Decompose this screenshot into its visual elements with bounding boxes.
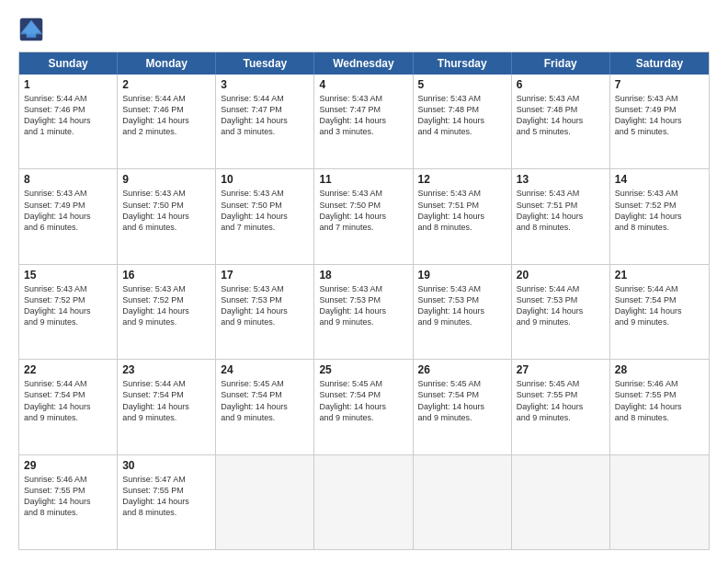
cell-info: Sunrise: 5:43 AM Sunset: 7:49 PM Dayligh… — [24, 188, 112, 233]
cell-info: Sunrise: 5:47 AM Sunset: 7:55 PM Dayligh… — [122, 474, 210, 519]
cell-info: Sunrise: 5:43 AM Sunset: 7:53 PM Dayligh… — [418, 283, 506, 328]
cell-info: Sunrise: 5:45 AM Sunset: 7:55 PM Dayligh… — [517, 378, 605, 423]
cell-info: Sunrise: 5:46 AM Sunset: 7:55 PM Dayligh… — [615, 378, 704, 423]
day-number: 6 — [517, 78, 605, 91]
day-number: 3 — [221, 78, 309, 91]
cal-cell: 13Sunrise: 5:43 AM Sunset: 7:51 PM Dayli… — [512, 169, 610, 263]
day-number: 1 — [24, 78, 112, 91]
cal-cell — [610, 455, 709, 549]
cell-info: Sunrise: 5:44 AM Sunset: 7:53 PM Dayligh… — [517, 283, 605, 328]
cal-cell: 20Sunrise: 5:44 AM Sunset: 7:53 PM Dayli… — [512, 265, 610, 359]
day-number: 23 — [122, 363, 210, 376]
cell-info: Sunrise: 5:43 AM Sunset: 7:51 PM Dayligh… — [418, 188, 506, 233]
cal-header-thursday: Thursday — [414, 52, 512, 75]
cal-cell: 24Sunrise: 5:45 AM Sunset: 7:54 PM Dayli… — [216, 360, 314, 454]
cal-week-1: 1Sunrise: 5:44 AM Sunset: 7:46 PM Daylig… — [19, 75, 709, 169]
cell-info: Sunrise: 5:43 AM Sunset: 7:52 PM Dayligh… — [24, 283, 112, 328]
cal-cell — [314, 455, 413, 549]
day-number: 26 — [418, 363, 506, 376]
calendar-header-row: SundayMondayTuesdayWednesdayThursdayFrid… — [19, 52, 709, 75]
day-number: 2 — [122, 78, 210, 91]
cell-info: Sunrise: 5:46 AM Sunset: 7:55 PM Dayligh… — [24, 474, 112, 519]
day-number: 8 — [24, 173, 112, 186]
cell-info: Sunrise: 5:43 AM Sunset: 7:50 PM Dayligh… — [221, 188, 309, 233]
cal-cell: 17Sunrise: 5:43 AM Sunset: 7:53 PM Dayli… — [216, 265, 314, 359]
day-number: 27 — [517, 363, 605, 376]
cell-info: Sunrise: 5:43 AM Sunset: 7:52 PM Dayligh… — [122, 283, 210, 328]
cell-info: Sunrise: 5:44 AM Sunset: 7:54 PM Dayligh… — [24, 378, 112, 423]
cell-info: Sunrise: 5:43 AM Sunset: 7:47 PM Dayligh… — [319, 93, 407, 138]
cal-cell: 30Sunrise: 5:47 AM Sunset: 7:55 PM Dayli… — [118, 455, 216, 549]
cal-cell: 9Sunrise: 5:43 AM Sunset: 7:50 PM Daylig… — [118, 169, 216, 263]
cal-header-wednesday: Wednesday — [314, 52, 413, 75]
cal-cell — [512, 455, 610, 549]
cell-info: Sunrise: 5:44 AM Sunset: 7:54 PM Dayligh… — [615, 283, 704, 328]
cal-cell: 7Sunrise: 5:43 AM Sunset: 7:49 PM Daylig… — [610, 75, 709, 168]
day-number: 16 — [122, 269, 210, 282]
cal-cell: 18Sunrise: 5:43 AM Sunset: 7:53 PM Dayli… — [314, 265, 413, 359]
cell-info: Sunrise: 5:43 AM Sunset: 7:53 PM Dayligh… — [319, 283, 407, 328]
cal-week-3: 15Sunrise: 5:43 AM Sunset: 7:52 PM Dayli… — [19, 265, 709, 360]
logo-icon — [18, 17, 44, 42]
cal-cell: 15Sunrise: 5:43 AM Sunset: 7:52 PM Dayli… — [19, 265, 118, 359]
day-number: 12 — [418, 173, 506, 186]
day-number: 15 — [24, 269, 112, 282]
day-number: 11 — [319, 173, 407, 186]
day-number: 24 — [221, 363, 309, 376]
cal-header-tuesday: Tuesday — [216, 52, 314, 75]
cell-info: Sunrise: 5:43 AM Sunset: 7:50 PM Dayligh… — [122, 188, 210, 233]
cell-info: Sunrise: 5:44 AM Sunset: 7:47 PM Dayligh… — [221, 93, 309, 138]
day-number: 4 — [319, 78, 407, 91]
cal-cell: 29Sunrise: 5:46 AM Sunset: 7:55 PM Dayli… — [19, 455, 118, 549]
cal-cell: 23Sunrise: 5:44 AM Sunset: 7:54 PM Dayli… — [118, 360, 216, 454]
cell-info: Sunrise: 5:44 AM Sunset: 7:46 PM Dayligh… — [24, 93, 112, 138]
cal-cell: 28Sunrise: 5:46 AM Sunset: 7:55 PM Dayli… — [610, 360, 709, 454]
cell-info: Sunrise: 5:43 AM Sunset: 7:49 PM Dayligh… — [615, 93, 704, 138]
day-number: 25 — [319, 363, 407, 376]
day-number: 19 — [418, 269, 506, 282]
day-number: 21 — [615, 269, 704, 282]
cell-info: Sunrise: 5:43 AM Sunset: 7:51 PM Dayligh… — [517, 188, 605, 233]
cell-info: Sunrise: 5:43 AM Sunset: 7:53 PM Dayligh… — [221, 283, 309, 328]
cell-info: Sunrise: 5:45 AM Sunset: 7:54 PM Dayligh… — [418, 378, 506, 423]
cal-cell: 25Sunrise: 5:45 AM Sunset: 7:54 PM Dayli… — [314, 360, 413, 454]
cal-cell: 11Sunrise: 5:43 AM Sunset: 7:50 PM Dayli… — [314, 169, 413, 263]
cal-cell: 21Sunrise: 5:44 AM Sunset: 7:54 PM Dayli… — [610, 265, 709, 359]
cal-cell: 27Sunrise: 5:45 AM Sunset: 7:55 PM Dayli… — [512, 360, 610, 454]
day-number: 14 — [615, 173, 704, 186]
day-number: 7 — [615, 78, 704, 91]
cal-cell: 6Sunrise: 5:43 AM Sunset: 7:48 PM Daylig… — [512, 75, 610, 168]
cal-cell: 22Sunrise: 5:44 AM Sunset: 7:54 PM Dayli… — [19, 360, 118, 454]
day-number: 20 — [517, 269, 605, 282]
cal-header-monday: Monday — [118, 52, 216, 75]
page: SundayMondayTuesdayWednesdayThursdayFrid… — [0, 0, 728, 563]
cal-week-4: 22Sunrise: 5:44 AM Sunset: 7:54 PM Dayli… — [19, 360, 709, 454]
day-number: 29 — [24, 459, 112, 472]
cal-cell: 1Sunrise: 5:44 AM Sunset: 7:46 PM Daylig… — [19, 75, 118, 168]
day-number: 28 — [615, 363, 704, 376]
cal-cell: 14Sunrise: 5:43 AM Sunset: 7:52 PM Dayli… — [610, 169, 709, 263]
cal-cell: 26Sunrise: 5:45 AM Sunset: 7:54 PM Dayli… — [414, 360, 512, 454]
cal-header-saturday: Saturday — [610, 52, 709, 75]
cell-info: Sunrise: 5:45 AM Sunset: 7:54 PM Dayligh… — [319, 378, 407, 423]
day-number: 18 — [319, 269, 407, 282]
day-number: 17 — [221, 269, 309, 282]
day-number: 9 — [122, 173, 210, 186]
calendar: SundayMondayTuesdayWednesdayThursdayFrid… — [18, 52, 710, 550]
header — [18, 17, 710, 42]
logo — [18, 17, 48, 42]
cal-cell: 8Sunrise: 5:43 AM Sunset: 7:49 PM Daylig… — [19, 169, 118, 263]
cell-info: Sunrise: 5:43 AM Sunset: 7:48 PM Dayligh… — [418, 93, 506, 138]
cal-cell: 4Sunrise: 5:43 AM Sunset: 7:47 PM Daylig… — [314, 75, 413, 168]
cal-week-2: 8Sunrise: 5:43 AM Sunset: 7:49 PM Daylig… — [19, 169, 709, 264]
day-number: 30 — [122, 459, 210, 472]
day-number: 13 — [517, 173, 605, 186]
day-number: 5 — [418, 78, 506, 91]
cal-cell — [216, 455, 314, 549]
day-number: 10 — [221, 173, 309, 186]
cal-cell: 3Sunrise: 5:44 AM Sunset: 7:47 PM Daylig… — [216, 75, 314, 168]
cal-cell: 10Sunrise: 5:43 AM Sunset: 7:50 PM Dayli… — [216, 169, 314, 263]
cal-cell — [414, 455, 512, 549]
cal-header-friday: Friday — [512, 52, 610, 75]
calendar-body: 1Sunrise: 5:44 AM Sunset: 7:46 PM Daylig… — [19, 75, 709, 549]
